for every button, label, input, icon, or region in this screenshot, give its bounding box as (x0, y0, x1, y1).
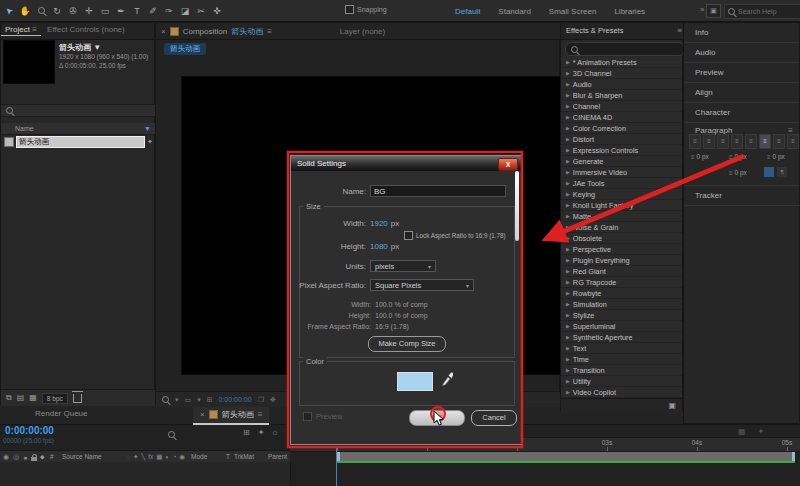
panel-tab-info[interactable]: Info (684, 23, 799, 43)
viewer-control-icon[interactable]: ▾ (175, 396, 179, 404)
timeline-view-icon[interactable]: ⊞ (243, 428, 250, 437)
fx-category-rg-trapcode[interactable]: ▶RG Trapcode (561, 277, 682, 288)
units-dropdown[interactable]: pixels ▾ (370, 260, 436, 272)
parent-column-header[interactable]: Parent (268, 453, 287, 460)
trkmat-column-header[interactable]: TrkMat (234, 453, 254, 460)
timeline-view-icon[interactable]: ⌂ (272, 428, 277, 437)
bit-depth-button[interactable]: 8 bpc (42, 393, 68, 404)
pixel-aspect-dropdown[interactable]: Square Pixels ▾ (370, 279, 474, 291)
name-field[interactable]: BG (370, 185, 506, 197)
workspace-small-screen[interactable]: Small Screen (549, 7, 597, 16)
checkbox-icon[interactable] (303, 412, 312, 421)
work-area-start-handle[interactable] (337, 452, 340, 461)
help-search-input[interactable]: Search Help (724, 4, 800, 19)
panel-tab-preview[interactable]: Preview (684, 63, 799, 83)
panel-tab-character[interactable]: Character (684, 103, 799, 123)
tab-layer[interactable]: Layer (none) (336, 25, 389, 38)
fx-category-stylize[interactable]: ▶Stylize (561, 310, 682, 321)
puppet-pin-tool[interactable]: ✜ (211, 4, 223, 18)
timeline-right-icon[interactable]: ▦ (738, 427, 746, 436)
paragraph-align-button[interactable]: ≡ (787, 134, 799, 149)
fx-category-jae-tools[interactable]: ▶JAe Tools (561, 178, 682, 189)
avfeature-icon[interactable]: ◉ (3, 453, 9, 461)
chevron-down-icon[interactable]: ▼ (144, 123, 151, 135)
shape-tool[interactable]: ▭ (99, 4, 111, 18)
panel-menu-icon[interactable]: ≡ (678, 23, 682, 39)
fx-category-channel[interactable]: ▶Channel (561, 101, 682, 112)
fx-category-perspective[interactable]: ▶Perspective (561, 244, 682, 255)
ok-button[interactable]: OK (409, 410, 465, 426)
panel-tab-audio[interactable]: Audio (684, 43, 799, 63)
fx-category-expression-controls[interactable]: ▶Expression Controls (561, 145, 682, 156)
fx-category-obsolete[interactable]: ▶Obsolete (561, 233, 682, 244)
brush-tool[interactable]: ✐ (147, 4, 159, 18)
clone-stamp-tool[interactable]: ✑ (163, 4, 175, 18)
new-panel-icon[interactable]: ▣ (668, 401, 676, 410)
viewer-timestamp[interactable]: 0:00:00:00 (219, 396, 252, 403)
panel-menu-icon[interactable]: ≡ (32, 25, 37, 34)
eyedropper-icon[interactable] (441, 370, 453, 386)
indent-right-field[interactable]: ≡0 px (729, 153, 747, 160)
fx-category-blur-sharpen[interactable]: ▶Blur & Sharpen (561, 90, 682, 101)
paragraph-align-button[interactable]: ≡ (773, 134, 785, 149)
paragraph-align-button[interactable]: ≡ (745, 134, 757, 149)
fx-category-immersive-video[interactable]: ▶Immersive Video (561, 167, 682, 178)
tab-composition-label[interactable]: Composition (183, 27, 227, 36)
layer-switch-icon[interactable]: ◌ (126, 453, 130, 461)
layer-switch-icon[interactable]: fx (148, 453, 153, 461)
panel-tab-tracker[interactable]: Tracker (684, 186, 800, 206)
snapping-toggle[interactable]: Snapping (345, 5, 387, 14)
project-bottom-icon[interactable]: ▤ (17, 393, 25, 403)
paragraph-align-button[interactable]: ≡ (689, 134, 701, 149)
panel-menu-icon[interactable]: ≡ (267, 27, 272, 36)
timeline-search-input[interactable] (168, 429, 228, 440)
project-item-name[interactable]: 箭头动画 (16, 136, 145, 148)
trash-icon[interactable] (73, 394, 82, 403)
viewer-control-icon[interactable]: ▭ (185, 396, 192, 404)
snapping-checkbox[interactable] (345, 5, 354, 14)
project-bottom-icon[interactable]: ⧉ (6, 393, 12, 403)
layer-switch-icon[interactable]: ▦ (156, 453, 162, 461)
fx-category-transition[interactable]: ▶Transition (561, 365, 682, 376)
work-area-bar[interactable] (337, 452, 795, 461)
effects-search-input[interactable] (565, 42, 685, 56)
text-direction-rtl-button[interactable]: ¶ (777, 167, 787, 177)
comp-name[interactable]: 箭头动画 ▼ (59, 42, 101, 53)
fx-category-color-correction[interactable]: ▶Color Correction (561, 123, 682, 134)
make-comp-size-button[interactable]: Make Comp Size (368, 336, 446, 352)
dialog-close-button[interactable]: X (498, 158, 518, 171)
avfeature-icon[interactable]: ● (23, 454, 27, 461)
checkbox-icon[interactable] (404, 231, 413, 240)
workspace-default[interactable]: Default (455, 7, 480, 16)
work-area-end-handle[interactable] (792, 452, 795, 461)
fx-category-video-copilot[interactable]: ▶Video Copilot (561, 387, 682, 398)
viewer-control-icon[interactable]: ❐ (258, 396, 264, 404)
close-icon[interactable]: × (200, 410, 205, 419)
effects-presets-tab[interactable]: Effects & Presets ≡ (561, 23, 687, 40)
lock-icon[interactable] (31, 457, 37, 461)
hand-tool[interactable]: ✋ (19, 4, 31, 18)
fx-category-distort[interactable]: ▶Distort (561, 134, 682, 145)
fx-category-matte[interactable]: ▶Matte (561, 211, 682, 222)
selection-tool[interactable]: ➤ (0, 2, 18, 20)
pan-behind-tool[interactable]: ✛ (83, 4, 95, 18)
workspace-libraries[interactable]: Libraries (614, 7, 645, 16)
fx-category-animation-presets[interactable]: ▶* Animation Presets (561, 57, 682, 68)
viewer-control-icon[interactable]: ▾ (197, 396, 201, 404)
zoom-tool[interactable] (35, 4, 47, 18)
workspace-overflow-icon[interactable]: » (700, 5, 704, 14)
roto-brush-tool[interactable]: ✂ (195, 4, 207, 18)
timeline-view-icon[interactable]: ✦ (258, 428, 265, 437)
fx-category-red-giant[interactable]: ▶Red Giant (561, 266, 682, 277)
project-name-column-header[interactable]: Name ▼ (1, 123, 156, 135)
close-icon[interactable]: × (161, 27, 166, 36)
tab-render-queue[interactable]: Render Queue (35, 409, 87, 418)
dialog-titlebar[interactable]: Solid Settings (291, 156, 521, 171)
project-search-input[interactable] (1, 104, 156, 117)
width-value[interactable]: 1920 (370, 219, 388, 228)
fx-category-superluminal[interactable]: ▶Superluminal (561, 321, 682, 332)
paragraph-align-button[interactable]: ≡ (731, 134, 743, 149)
window-icon[interactable]: ▣ (706, 4, 721, 18)
fx-category-plugin-everything[interactable]: ▶Plugin Everything (561, 255, 682, 266)
text-direction-ltr-button[interactable] (764, 167, 774, 177)
